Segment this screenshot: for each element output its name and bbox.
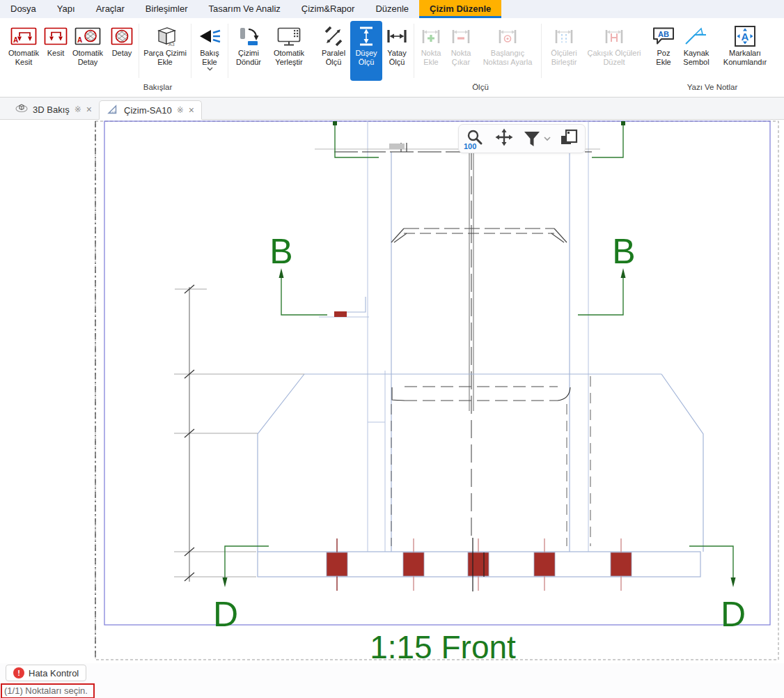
bracket-detail — [319, 297, 369, 317]
pan-icon — [494, 127, 514, 147]
cizimi-dondur-button[interactable]: Çizimi Döndür — [230, 21, 267, 81]
button-label: Otomatik Yerleştir — [268, 49, 310, 67]
button-label: Düşey Ölçü — [352, 49, 381, 67]
monitor-icon — [276, 24, 301, 49]
add-point-icon — [420, 24, 442, 49]
position-marks-icon: A — [734, 24, 756, 49]
otomatik-kesit-button[interactable]: A Otomatik Kesit — [4, 21, 43, 81]
button-label: Parça Çizimi Ekle — [143, 49, 187, 67]
group-label-empty — [781, 81, 784, 83]
poz-ekle-button[interactable]: AB Poz Ekle — [650, 21, 677, 81]
rotate-drawing-icon — [237, 24, 260, 49]
svg-text:A: A — [13, 36, 18, 44]
tab-cizim-sa10[interactable]: Çizim-SA10 ※ × — [99, 100, 202, 120]
tab-label: 3D Bakış — [33, 104, 70, 115]
ribbon: A Otomatik Kesit Kesit A Otomatik Detay — [0, 18, 784, 98]
horizontal-dimension-icon — [386, 24, 408, 49]
parca-cizimi-ekle-button[interactable]: A3 Parça Çizimi Ekle — [141, 21, 189, 81]
drawing-canvas[interactable]: B B D D 1:15 Front 100 — [0, 120, 784, 663]
filter-tool[interactable] — [523, 130, 551, 148]
zoom-tool[interactable]: 100 — [466, 128, 485, 149]
button-label: Çakışık Ölçüleri Düzelt — [586, 49, 643, 67]
nokta-ekle-button: Nokta Ekle — [416, 21, 446, 81]
axis-lines — [368, 121, 588, 552]
document-tab-bar: 3D Bakış ※ × Çizim-SA10 ※ × — [0, 98, 784, 120]
ribbon-separator — [541, 24, 542, 78]
section-label-b-right: B — [612, 232, 635, 271]
ribbon-group-sil: Sil — [781, 21, 784, 97]
button-label: Bakış Ekle — [195, 49, 224, 67]
sil-button: Sil — [781, 21, 784, 81]
anchor-bolts — [327, 552, 632, 576]
merge-dimensions-icon — [553, 24, 575, 49]
ribbon-group-olcu: Paralel Ölçü Düşey Ölçü Yatay Ölçü Nokta — [317, 21, 644, 97]
auto-section-icon: A — [10, 24, 37, 49]
start-point-icon — [496, 24, 519, 49]
button-label: Nokta Ekle — [418, 49, 444, 67]
kesit-button[interactable]: Kesit — [43, 21, 68, 81]
dusey-olcu-button[interactable]: Düşey Ölçü — [350, 21, 382, 81]
otomatik-detay-button[interactable]: A Otomatik Detay — [68, 21, 107, 81]
button-label: Markaları Konumlandır — [716, 49, 774, 67]
bakis-ekle-button[interactable]: Bakış Ekle — [194, 21, 226, 81]
error-check-tab[interactable]: ! Hata Kontrol — [6, 665, 86, 681]
cakisik-olculeri-duzelt-button: Çakışık Ölçüleri Düzelt — [584, 21, 644, 81]
tab-3d-bakis[interactable]: 3D Bakış ※ × — [8, 100, 99, 119]
markalari-konumlandir-button[interactable]: A Markaları Konumlandır — [715, 21, 775, 81]
close-icon[interactable]: × — [86, 104, 92, 114]
pan-tool[interactable] — [494, 127, 514, 150]
chevron-down-icon — [207, 67, 213, 71]
rounded-plate — [392, 387, 570, 401]
menu-dosya[interactable]: Dosya — [0, 0, 47, 18]
button-label: Poz Ekle — [651, 49, 676, 67]
weld-symbol-icon — [684, 24, 709, 49]
svg-text:A: A — [77, 36, 82, 44]
pin-icon[interactable]: ※ — [75, 105, 81, 114]
menu-cizim-duzenle[interactable]: Çizim Düzenle — [419, 0, 501, 18]
otomatik-yerlestir-button[interactable]: Otomatik Yerleştir — [267, 21, 311, 81]
ribbon-separator — [139, 24, 139, 78]
group-label-olcu: Ölçü — [317, 81, 644, 91]
paralel-olcu-button[interactable]: Paralel Ölçü — [317, 21, 350, 81]
section-label-d-right: D — [721, 595, 746, 634]
menu-birlesimler[interactable]: Birleşimler — [135, 0, 198, 18]
viewport-toolbar: 100 — [458, 124, 586, 153]
chamfered-plate — [391, 228, 567, 242]
nokta-cikar-button: Nokta Çıkar — [446, 21, 476, 81]
button-label: Otomatik Detay — [70, 49, 106, 67]
status-bar: ! Hata Kontrol (1/1) Noktaları seçin. — [0, 663, 784, 698]
button-label: Otomatik Kesit — [6, 49, 42, 67]
sheet-frame — [104, 121, 770, 625]
pin-icon[interactable]: ※ — [177, 106, 184, 114]
command-prompt: (1/1) Noktaları seçin. — [1, 683, 95, 698]
section-marker-heads — [223, 121, 736, 587]
svg-text:A3: A3 — [168, 42, 175, 47]
close-icon[interactable]: × — [189, 105, 194, 115]
remove-point-icon — [450, 24, 472, 49]
kaynak-sembol-button[interactable]: Kaynak Sembol — [677, 21, 715, 81]
detay-button[interactable]: Detay — [107, 21, 136, 81]
auto-detail-icon: A — [75, 24, 101, 49]
yatay-olcu-button[interactable]: Yatay Ölçü — [382, 21, 411, 81]
label-bubble-icon: AB — [652, 24, 675, 49]
menu-araclar[interactable]: Araçlar — [86, 0, 135, 18]
button-label: Paralel Ölçü — [318, 49, 349, 67]
menu-tasarim-ve-analiz[interactable]: Tasarım Ve Analiz — [198, 0, 291, 18]
column-centerlines — [469, 152, 473, 538]
ribbon-group-yazi-ve-notlar: AB Poz Ekle Kaynak Sembol A Markaları Ko… — [650, 21, 775, 97]
paper-border — [95, 121, 778, 660]
error-check-label: Hata Kontrol — [29, 668, 79, 678]
menu-duzenle[interactable]: Düzenle — [365, 0, 419, 18]
button-label: Kaynak Sembol — [679, 49, 714, 67]
detail-icon — [111, 24, 133, 49]
ribbon-separator — [228, 24, 228, 78]
fix-overlapping-dimensions-icon — [603, 24, 625, 49]
view-eye-icon — [198, 24, 221, 49]
menu-yapi[interactable]: Yapı — [47, 0, 86, 18]
baslangic-noktasi-ayarla-button: Başlangıç Noktası Ayarla — [476, 21, 539, 81]
menu-cizim-rapor[interactable]: Çizim&Rapor — [291, 0, 366, 18]
layout-tool[interactable] — [560, 129, 578, 148]
ribbon-group-bakislar: A Otomatik Kesit Kesit A Otomatik Detay — [4, 21, 311, 97]
button-label: Yatay Ölçü — [384, 49, 410, 67]
chevron-down-icon — [544, 137, 551, 141]
